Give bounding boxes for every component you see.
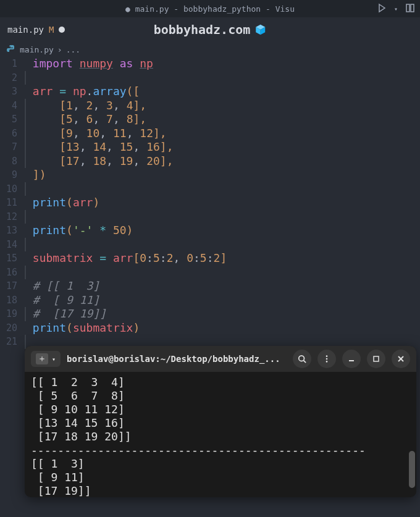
maximize-icon[interactable] bbox=[367, 350, 385, 368]
chevron-down-icon[interactable]: ▾ bbox=[52, 356, 56, 363]
code-line: [1, 2, 3, 4], bbox=[25, 99, 420, 113]
svg-point-5 bbox=[326, 358, 328, 360]
code-line bbox=[25, 182, 420, 196]
cube-icon bbox=[254, 23, 266, 36]
line-number: 1 bbox=[0, 57, 17, 71]
tab-main-py[interactable]: main.py M bbox=[0, 17, 72, 42]
code-line: [17, 18, 19, 20], bbox=[25, 154, 420, 169]
svg-rect-1 bbox=[411, 4, 414, 12]
editor[interactable]: 1 2 3 4 5 6 7 8 9 10 11 12 13 14 15 16 1… bbox=[0, 57, 420, 348]
svg-rect-0 bbox=[406, 4, 410, 12]
breadcrumb-more: ... bbox=[66, 45, 80, 54]
gutter: 1 2 3 4 5 6 7 8 9 10 11 12 13 14 15 16 1… bbox=[0, 57, 25, 348]
line-number: 10 bbox=[0, 182, 17, 196]
code-line: ]) bbox=[25, 168, 420, 182]
line-number: 13 bbox=[0, 224, 17, 238]
breadcrumb[interactable]: main.py › ... bbox=[0, 42, 420, 57]
new-tab-icon[interactable]: ＋ bbox=[36, 353, 48, 364]
watermark-text: bobbyhadz.com bbox=[154, 22, 251, 37]
breadcrumb-sep-icon: › bbox=[57, 45, 62, 54]
line-number: 6 bbox=[0, 127, 17, 141]
python-file-icon bbox=[6, 44, 16, 54]
line-number: 12 bbox=[0, 210, 17, 224]
menu-icon[interactable] bbox=[317, 350, 336, 368]
scrollbar[interactable] bbox=[409, 451, 415, 488]
line-number: 18 bbox=[0, 293, 17, 308]
terminal-header[interactable]: ＋ ▾ borislav@borislav:~/Desktop/bobbyhad… bbox=[25, 346, 416, 372]
code-line: # [[ 1 3] bbox=[25, 279, 420, 293]
titlebar-text: ● main.py - bobbyhadz_python - Visu bbox=[125, 4, 295, 14]
line-number: 7 bbox=[0, 140, 17, 154]
minimize-icon[interactable] bbox=[342, 350, 361, 368]
svg-point-4 bbox=[326, 355, 328, 357]
line-number: 14 bbox=[0, 238, 17, 252]
code-line bbox=[25, 71, 420, 85]
line-number: 8 bbox=[0, 154, 17, 169]
close-icon[interactable] bbox=[392, 350, 410, 368]
code-line: [5, 6, 7, 8], bbox=[25, 112, 420, 127]
code-line: import numpy as np bbox=[25, 57, 420, 71]
search-icon[interactable] bbox=[293, 350, 311, 368]
line-number: 5 bbox=[0, 112, 17, 127]
code-line: arr = np.array([ bbox=[25, 85, 420, 99]
terminal-title: borislav@borislav:~/Desktop/bobbyhadz_..… bbox=[67, 354, 287, 364]
line-number: 4 bbox=[0, 99, 17, 113]
terminal-window: ＋ ▾ borislav@borislav:~/Desktop/bobbyhad… bbox=[25, 346, 416, 497]
terminal-output[interactable]: [[ 1 2 3 4] [ 5 6 7 8] [ 9 10 11 12] [13… bbox=[25, 372, 416, 497]
svg-point-2 bbox=[299, 356, 304, 361]
line-number: 19 bbox=[0, 307, 17, 321]
line-number: 20 bbox=[0, 321, 17, 335]
tab-dirty-dot-icon[interactable] bbox=[59, 27, 65, 33]
tab-modified-badge: M bbox=[49, 25, 54, 35]
line-number: 21 bbox=[0, 335, 17, 349]
code-line: # [17 19]] bbox=[25, 307, 420, 321]
breadcrumb-file: main.py bbox=[20, 45, 54, 54]
watermark: bobbyhadz.com bbox=[154, 22, 267, 37]
line-number: 17 bbox=[0, 279, 17, 293]
line-number: 3 bbox=[0, 85, 17, 99]
code-line: submatrix = arr[0:5:2, 0:5:2] bbox=[25, 251, 420, 266]
code-line: print(arr) bbox=[25, 196, 420, 210]
line-number: 9 bbox=[0, 168, 17, 182]
code-line: [13, 14, 15, 16], bbox=[25, 140, 420, 154]
tab-bar: main.py M bobbyhadz.com bbox=[0, 17, 420, 42]
line-number: 2 bbox=[0, 71, 17, 85]
code-area[interactable]: import numpy as np arr = np.array([ [1, … bbox=[25, 57, 420, 348]
split-icon[interactable] bbox=[405, 3, 415, 15]
chevron-down-icon[interactable]: ▾ bbox=[394, 6, 398, 12]
code-line bbox=[25, 266, 420, 280]
titlebar: ● main.py - bobbyhadz_python - Visu ▾ bbox=[0, 0, 420, 17]
line-number: 16 bbox=[0, 266, 17, 280]
code-line bbox=[25, 238, 420, 252]
play-icon[interactable] bbox=[377, 3, 387, 15]
line-number: 15 bbox=[0, 251, 17, 266]
code-line: print(submatrix) bbox=[25, 321, 420, 335]
terminal-tab[interactable]: ＋ ▾ bbox=[31, 351, 61, 367]
code-line: print('-' * 50) bbox=[25, 224, 420, 238]
svg-point-6 bbox=[326, 361, 328, 363]
svg-line-3 bbox=[304, 361, 306, 363]
code-line: [9, 10, 11, 12], bbox=[25, 127, 420, 141]
code-line: # [ 9 11] bbox=[25, 293, 420, 308]
line-number: 11 bbox=[0, 196, 17, 210]
tab-filename: main.py bbox=[7, 25, 44, 35]
svg-rect-8 bbox=[374, 356, 379, 361]
code-line bbox=[25, 210, 420, 224]
